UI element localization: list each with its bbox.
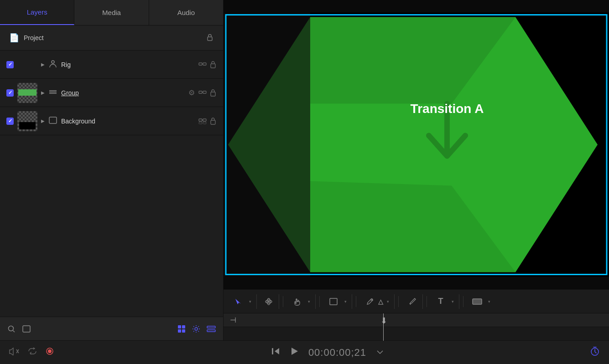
tab-media[interactable]: Media [74,0,149,25]
project-label: Project [24,34,206,41]
hand-tool-group: ▾ [287,294,316,309]
pen-tool-button[interactable] [363,294,377,309]
svg-rect-9 [199,91,202,93]
svg-rect-29 [207,330,215,332]
rig-layer-name[interactable]: Rig [61,61,195,68]
group-checkbox[interactable]: ✓ [6,89,14,97]
svg-rect-26 [182,329,185,333]
orbit-tool-group [259,294,279,309]
background-expand-arrow[interactable]: ▶ [41,118,45,123]
canvas-content: Transition A [224,0,609,289]
group-right-icons [198,89,217,97]
rig-checkbox[interactable]: ✓ [6,61,14,68]
text-tool-button[interactable]: T [433,294,448,309]
svg-rect-24 [182,325,185,328]
settings-button[interactable] [192,325,200,333]
background-checkbox[interactable]: ✓ [6,118,14,125]
tab-layers[interactable]: Layers [0,0,74,25]
rect-tool-button[interactable] [326,294,341,309]
timeline-area: ⊣ ⬇ [224,313,609,340]
canvas-area: Transition A ▾ [224,0,609,340]
loop-icon[interactable] [27,347,37,358]
svg-marker-51 [291,348,298,355]
background-right-icons [198,117,217,125]
stack-button[interactable] [207,325,216,333]
grid-button[interactable] [177,325,186,333]
orbit-tool-button[interactable] [261,294,276,309]
svg-point-27 [195,328,198,330]
svg-rect-15 [203,119,206,121]
svg-rect-18 [203,122,206,124]
timeline-playhead-marker: ⬇ [380,316,387,326]
group-type-icon [48,89,57,97]
tabs-bar: Layers Media Audio [0,0,223,26]
svg-point-48 [48,349,52,353]
svg-rect-2 [199,63,202,65]
transport-center-controls: 00:00:00;21 [100,347,554,359]
timeline-track[interactable]: ⊣ ⬇ [224,313,609,327]
svg-rect-13 [49,117,57,123]
svg-rect-12 [211,92,215,96]
svg-rect-25 [178,329,181,333]
transport-left-controls [9,347,91,358]
svg-rect-44 [473,299,482,304]
layer-row-rig[interactable]: ✓ ▶ Rig [0,51,223,79]
layers-content: 📄 Project ✓ ▶ [0,26,223,317]
timecode-display: 00:00:00;21 [308,347,366,359]
frame-button[interactable] [22,325,31,333]
group-layer-name[interactable]: Group [61,89,185,97]
skip-back-button[interactable] [271,347,280,358]
shape-tool-group: ▾ [467,294,495,309]
tool-palette: ▾ [224,289,609,313]
select-tool-group: ▾ [228,294,257,309]
layer-row-group[interactable]: ✓ ▶ Group ⚙ [0,79,223,107]
shape-tool-button[interactable] [470,294,484,309]
svg-rect-17 [199,122,202,124]
main-area: Layers Media Audio 📄 Project [0,0,609,340]
svg-marker-49 [275,348,279,354]
shape-tool-dropdown[interactable]: ▾ [485,294,493,309]
background-thumbnail [17,111,37,131]
brush-tool-group [402,294,423,309]
record-icon[interactable] [46,347,54,358]
rect-tool-dropdown[interactable]: ▾ [342,294,349,309]
group-gear-icon[interactable]: ⚙ [188,88,195,97]
left-panel: Layers Media Audio 📄 Project [0,0,224,340]
group-expand-arrow[interactable]: ▶ [41,90,45,95]
scene-svg: Transition A [224,0,609,289]
canvas-viewport[interactable]: Transition A [224,0,609,289]
svg-rect-23 [178,325,181,328]
rig-right-icons [198,61,217,69]
timeline-playhead [383,313,384,341]
svg-point-41 [268,301,270,302]
hand-tool-dropdown[interactable]: ▾ [305,294,312,309]
mute-icon[interactable] [9,347,19,358]
pen-tool-dropdown[interactable]: ▾ [384,294,391,309]
svg-rect-42 [330,298,337,305]
hand-tool-button[interactable] [290,294,304,309]
project-row[interactable]: 📄 Project [0,26,223,51]
brush-tool-button[interactable] [405,294,420,309]
svg-point-1 [52,61,54,63]
transport-right-controls [563,347,600,358]
svg-rect-22 [23,326,30,332]
svg-point-20 [9,326,14,331]
tab-audio[interactable]: Audio [149,0,223,25]
project-lock-icon [206,33,214,43]
search-button[interactable] [7,325,16,333]
timer-icon[interactable] [590,347,600,358]
text-tool-dropdown[interactable]: ▾ [449,294,456,309]
layer-row-background[interactable]: ✓ ▶ Background [0,107,223,135]
svg-text:Transition A: Transition A [411,102,484,116]
timecode-dropdown[interactable] [376,349,384,357]
svg-line-21 [13,330,15,332]
svg-rect-28 [207,326,215,328]
group-thumbnail [17,83,37,103]
rig-expand-arrow[interactable]: ▶ [41,62,45,67]
pen-tool-group: △ ▾ [360,294,395,309]
rig-type-icon [48,60,57,70]
select-tool-dropdown[interactable]: ▾ [246,294,254,309]
play-button[interactable] [290,347,298,358]
background-layer-name[interactable]: Background [61,118,195,125]
select-tool-button[interactable] [231,294,245,309]
